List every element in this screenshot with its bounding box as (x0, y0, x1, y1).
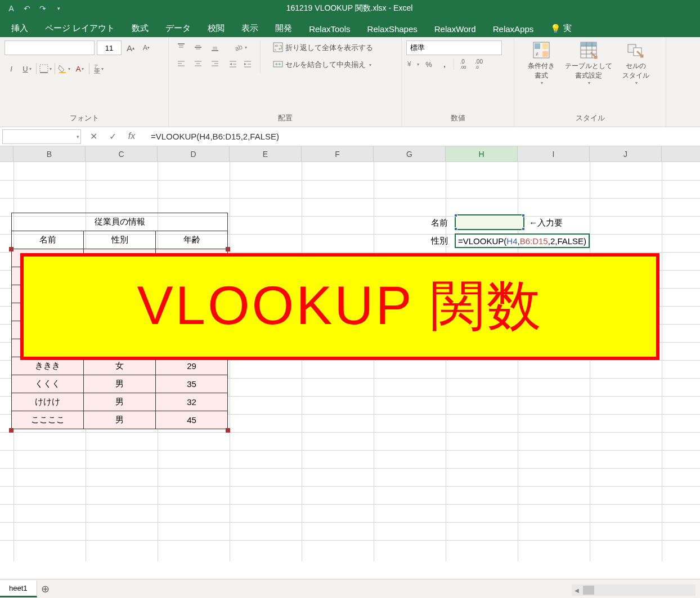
tab-relaxword[interactable]: RelaxWord (427, 21, 484, 37)
decrease-font-icon[interactable]: A▾ (140, 41, 153, 55)
tab-relaxapps[interactable]: RelaxApps (485, 21, 542, 37)
format-as-table-button[interactable]: テーブルとして 書式設定 (566, 41, 611, 86)
number-format-combo[interactable]: 標準 (406, 41, 502, 55)
confirm-formula-icon[interactable]: ✓ (106, 131, 119, 142)
wrap-text-button[interactable]: abc 折り返して全体を表示する (270, 41, 376, 55)
qat-button[interactable]: A (5, 2, 18, 15)
tab-data[interactable]: データ (158, 20, 199, 37)
align-top-icon[interactable] (173, 41, 189, 54)
tab-view[interactable]: 表示 (234, 20, 266, 37)
borders-button[interactable] (39, 62, 52, 75)
col-header[interactable]: G (374, 146, 446, 161)
tab-relaxshapes[interactable]: RelaxShapes (360, 21, 425, 37)
fill-color-button[interactable] (57, 62, 71, 75)
cell-grid[interactable]: 従業員の情報 名前 性別 年齢 あ い え お か ききき女29 くくく男35 … (0, 162, 700, 561)
table-cell[interactable]: くくく (12, 375, 84, 393)
undo-button[interactable]: ↶ (20, 2, 34, 15)
range-handle-icon[interactable] (226, 247, 230, 251)
tab-insert[interactable]: 挿入 (3, 20, 36, 37)
col-header[interactable]: C (86, 146, 158, 161)
table-cell[interactable]: 男 (84, 375, 156, 393)
col-header[interactable]: E (230, 146, 302, 161)
font-name-combo[interactable] (5, 41, 95, 55)
qat-dropdown[interactable]: ▾ (52, 2, 65, 15)
ribbon: 11 A▴ A▾ I U A ア亜 (0, 37, 700, 127)
tab-formulas[interactable]: 数式 (124, 20, 156, 37)
lookup-name-label[interactable]: 名前 (383, 218, 455, 228)
table-cell[interactable]: 男 (84, 393, 156, 411)
table-cell[interactable]: 男 (84, 411, 156, 429)
ribbon-group-styles: ≠ 条件付き 書式 テーブルとして 書式設定 セルの スタイル (514, 37, 666, 127)
col-header[interactable]: J (590, 146, 662, 161)
formula-bar-row: ✕ ✓ fx =VLOOKUP(H4,B6:D15,2,FALSE) (0, 127, 700, 146)
merge-center-button[interactable]: セルを結合して中央揃え (270, 57, 376, 72)
scroll-left-icon[interactable]: ◀ (572, 585, 582, 595)
align-bottom-icon[interactable] (207, 41, 223, 54)
align-middle-icon[interactable] (190, 41, 206, 54)
name-box[interactable] (2, 129, 81, 144)
percent-style-button[interactable]: % (422, 57, 436, 71)
fx-icon[interactable]: fx (125, 131, 138, 142)
horizontal-scrollbar[interactable]: ◀ (572, 584, 695, 596)
svg-rect-35 (542, 43, 548, 49)
conditional-formatting-button[interactable]: ≠ 条件付き 書式 (519, 41, 564, 86)
scrollbar-thumb[interactable] (583, 586, 594, 595)
col-header[interactable]: B (14, 146, 86, 161)
selection-handle-icon[interactable] (522, 214, 525, 217)
table-header[interactable]: 性別 (84, 231, 156, 249)
editing-cell[interactable]: = VLOOKUP ( H4 , B6:D15 , 2 , FALSE ) (455, 233, 590, 248)
font-color-button[interactable]: A (73, 62, 87, 75)
tab-developer[interactable]: 開発 (267, 20, 300, 37)
col-header[interactable]: F (302, 146, 374, 161)
worksheet-area[interactable]: B C D E F G H I J 従業員の情報 名前 性別 (0, 146, 700, 563)
merge-center-label: セルを結合して中央揃え (285, 60, 366, 70)
increase-font-icon[interactable]: A▴ (124, 41, 137, 55)
table-cell[interactable]: 32 (156, 393, 228, 411)
table-title[interactable]: 従業員の情報 (12, 213, 228, 231)
align-center-icon[interactable] (190, 57, 206, 71)
align-right-icon[interactable] (207, 57, 223, 71)
selected-cell[interactable] (455, 214, 524, 230)
sheet-tab[interactable]: heet1 (0, 581, 37, 597)
tell-me[interactable]: 💡 実 (542, 20, 580, 37)
increase-decimal-icon[interactable]: .0.00 (456, 57, 470, 71)
selection-handle-icon[interactable] (454, 227, 457, 231)
align-left-icon[interactable] (173, 57, 189, 71)
add-sheet-button[interactable]: ⊕ (37, 583, 54, 595)
table-header[interactable]: 名前 (12, 231, 84, 249)
svg-rect-33 (533, 42, 549, 58)
selection-handle-icon[interactable] (454, 214, 457, 217)
comma-style-button[interactable]: , (438, 57, 451, 71)
col-header[interactable]: I (518, 146, 590, 161)
range-handle-icon[interactable] (9, 428, 14, 433)
orientation-button[interactable]: ab (226, 41, 254, 54)
selection-handle-icon[interactable] (522, 227, 525, 231)
col-header[interactable]: D (158, 146, 230, 161)
underline-button[interactable]: U (20, 62, 34, 75)
column-headers: B C D E F G H I J (0, 146, 700, 162)
accounting-format-button[interactable]: ¥ (406, 57, 420, 71)
increase-indent-icon[interactable] (241, 57, 254, 71)
lookup-gender-label[interactable]: 性別 (383, 236, 455, 246)
table-cell[interactable]: 45 (156, 411, 228, 429)
formula-bar[interactable]: =VLOOKUP(H4,B6:D15,2,FALSE) (149, 132, 700, 141)
tab-page-layout[interactable]: ページ レイアウト (37, 20, 123, 37)
redo-button[interactable]: ↷ (36, 2, 50, 15)
range-handle-icon[interactable] (9, 247, 14, 251)
italic-button[interactable]: I (5, 62, 18, 75)
cancel-formula-icon[interactable]: ✕ (87, 131, 100, 142)
phonetic-button[interactable]: ア亜 (92, 62, 105, 75)
col-header-a-partial[interactable] (0, 146, 14, 161)
col-header-active[interactable]: H (446, 146, 518, 161)
decrease-decimal-icon[interactable]: .00.0 (472, 57, 486, 71)
table-cell[interactable]: 35 (156, 375, 228, 393)
table-header[interactable]: 年齢 (156, 231, 228, 249)
tab-review[interactable]: 校閲 (200, 20, 232, 37)
decrease-indent-icon[interactable] (226, 57, 240, 71)
table-cell[interactable]: ここここ (12, 411, 84, 429)
cell-styles-button[interactable]: セルの スタイル (613, 41, 658, 86)
font-size-combo[interactable]: 11 (97, 41, 122, 55)
tab-relaxtools[interactable]: RelaxTools (301, 21, 358, 37)
table-cell[interactable]: けけけ (12, 393, 84, 411)
range-handle-icon[interactable] (226, 428, 230, 433)
